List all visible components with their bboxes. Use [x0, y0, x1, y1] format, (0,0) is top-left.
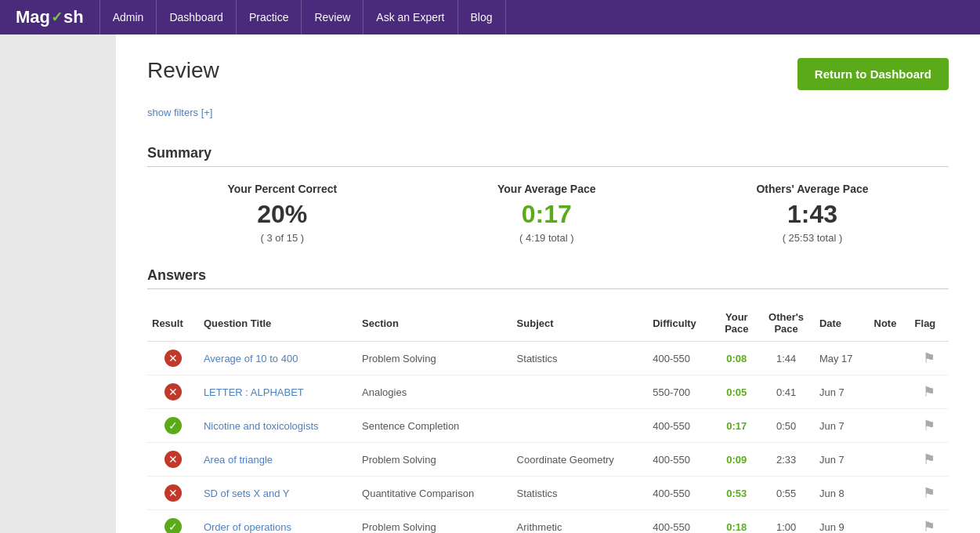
col-subject: Subject [512, 305, 649, 342]
page-title: Review [147, 58, 219, 83]
date-cell: Jun 7 [815, 375, 870, 409]
return-to-dashboard-button[interactable]: Return to Dashboard [797, 58, 949, 90]
flag-cell[interactable]: ⚑ [910, 510, 949, 534]
section-cell: Sentence Completion [357, 409, 512, 443]
table-row: ✕LETTER : ALPHABETAnalogies550-7000:050:… [147, 375, 949, 409]
flag-cell[interactable]: ⚑ [910, 477, 949, 510]
main-wrapper: Review Return to Dashboard show filters … [0, 34, 980, 533]
answers-section: Answers Result Question Title Section Su… [147, 267, 949, 533]
nav-blog[interactable]: Blog [458, 0, 506, 34]
result-cell: ✓ [147, 409, 199, 443]
flag-cell[interactable]: ⚑ [910, 443, 949, 477]
difficulty-cell: 400-550 [648, 510, 715, 534]
col-result: Result [147, 305, 199, 342]
correct-icon: ✓ [165, 518, 182, 533]
flag-icon[interactable]: ⚑ [923, 384, 935, 400]
nav-dashboard[interactable]: Dashboard [157, 0, 237, 34]
note-cell [870, 510, 910, 534]
content-area: Review Return to Dashboard show filters … [116, 34, 980, 533]
result-cell: ✕ [147, 443, 199, 477]
difficulty-cell: 400-550 [648, 409, 715, 443]
nav-review[interactable]: Review [302, 0, 363, 34]
summary-percent-label: Your Percent Correct [227, 183, 337, 195]
sidebar-space [0, 34, 116, 533]
summary-your-pace-label: Your Average Pace [497, 183, 596, 195]
col-date: Date [815, 305, 870, 342]
question-title-cell: Nicotine and toxicologists [199, 409, 357, 443]
table-row: ✕Average of 10 to 400Problem SolvingStat… [147, 342, 949, 375]
answers-title: Answers [147, 267, 949, 289]
question-title-cell: Area of triangle [199, 443, 357, 477]
your-pace-cell: 0:18 [715, 510, 758, 534]
col-your-pace: YourPace [715, 305, 758, 342]
show-filters-link[interactable]: show filters [+] [147, 107, 212, 118]
summary-others-pace-sub: ( 25:53 total ) [756, 232, 868, 244]
flag-icon[interactable]: ⚑ [923, 519, 935, 533]
answers-table: Result Question Title Section Subject Di… [147, 305, 949, 533]
question-link[interactable]: SD of sets X and Y [204, 488, 290, 499]
nav-practice[interactable]: Practice [237, 0, 302, 34]
note-cell [870, 477, 910, 510]
note-cell [870, 443, 910, 477]
result-cell: ✕ [147, 342, 199, 375]
flag-icon[interactable]: ⚑ [923, 485, 935, 501]
table-row: ✕SD of sets X and YQuantitative Comparis… [147, 477, 949, 510]
your-pace-cell: 0:17 [715, 409, 758, 443]
summary-others-pace-label: Others' Average Pace [756, 183, 868, 195]
date-cell: Jun 9 [815, 510, 870, 534]
your-pace-cell: 0:08 [715, 342, 758, 375]
question-link[interactable]: Average of 10 to 400 [204, 353, 298, 364]
question-title-cell: LETTER : ALPHABET [199, 375, 357, 409]
summary-others-pace: Others' Average Pace 1:43 ( 25:53 total … [756, 183, 868, 244]
others-pace-cell: 0:55 [758, 477, 815, 510]
flag-cell[interactable]: ⚑ [910, 375, 949, 409]
nav-admin[interactable]: Admin [99, 0, 157, 34]
subject-cell [512, 409, 649, 443]
wrong-icon: ✕ [165, 383, 182, 401]
note-cell [870, 342, 910, 375]
summary-your-pace-sub: ( 4:19 total ) [497, 232, 596, 244]
section-cell: Problem Solving [357, 342, 512, 375]
date-cell: May 17 [815, 342, 870, 375]
question-link[interactable]: Area of triangle [204, 454, 273, 466]
subject-cell: Coordinate Geometry [512, 443, 649, 477]
brand-checkmark: ✓ [51, 9, 63, 26]
flag-icon[interactable]: ⚑ [923, 451, 935, 467]
summary-your-pace: Your Average Pace 0:17 ( 4:19 total ) [497, 183, 596, 244]
difficulty-cell: 400-550 [648, 342, 715, 375]
col-note: Note [870, 305, 910, 342]
col-difficulty: Difficulty [648, 305, 715, 342]
summary-percent-value: 20% [227, 200, 337, 229]
question-link[interactable]: LETTER : ALPHABET [204, 386, 304, 398]
wrong-icon: ✕ [165, 484, 182, 502]
your-pace-cell: 0:09 [715, 443, 758, 477]
question-title-cell: SD of sets X and Y [199, 477, 357, 510]
section-cell: Quantitative Comparison [357, 477, 512, 510]
note-cell [870, 409, 910, 443]
date-cell: Jun 8 [815, 477, 870, 510]
question-title-cell: Average of 10 to 400 [199, 342, 357, 375]
col-question-title: Question Title [199, 305, 357, 342]
result-cell: ✓ [147, 510, 199, 534]
section-cell: Problem Solving [357, 510, 512, 534]
difficulty-cell: 550-700 [648, 375, 715, 409]
summary-others-pace-value: 1:43 [756, 200, 868, 229]
table-row: ✓Nicotine and toxicologistsSentence Comp… [147, 409, 949, 443]
answers-table-body: ✕Average of 10 to 400Problem SolvingStat… [147, 342, 949, 534]
flag-cell[interactable]: ⚑ [910, 342, 949, 375]
flag-cell[interactable]: ⚑ [910, 409, 949, 443]
question-link[interactable]: Nicotine and toxicologists [204, 420, 319, 432]
others-pace-cell: 1:00 [758, 510, 815, 534]
summary-title: Summary [147, 145, 949, 167]
summary-section: Summary Your Percent Correct 20% ( 3 of … [147, 145, 949, 244]
question-title-cell: Order of operations [199, 510, 357, 534]
question-link[interactable]: Order of operations [204, 521, 291, 533]
difficulty-cell: 400-550 [648, 443, 715, 477]
table-row: ✓Order of operationsProblem SolvingArith… [147, 510, 949, 534]
flag-icon[interactable]: ⚑ [923, 418, 935, 433]
navbar: Mag✓sh Admin Dashboard Practice Review A… [0, 0, 980, 34]
nav-ask-expert[interactable]: Ask an Expert [363, 0, 457, 34]
others-pace-cell: 1:44 [758, 342, 815, 375]
flag-icon[interactable]: ⚑ [923, 350, 935, 366]
page-header: Review Return to Dashboard [147, 58, 949, 90]
